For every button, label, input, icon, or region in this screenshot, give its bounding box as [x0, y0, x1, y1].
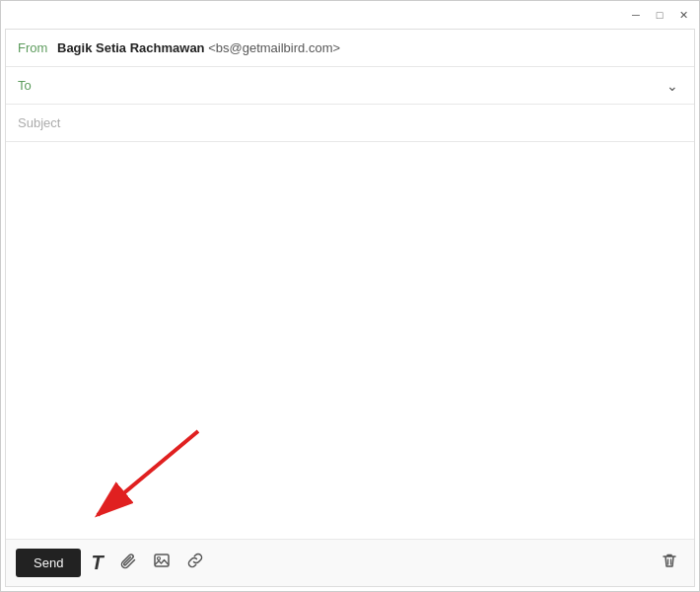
subject-row: [6, 105, 694, 142]
image-button[interactable]: [147, 548, 176, 578]
svg-rect-0: [155, 555, 169, 566]
from-name: Bagik Setia Rachmawan: [57, 40, 205, 55]
link-icon: [186, 552, 204, 574]
from-label: From: [18, 40, 57, 55]
close-button[interactable]: ✕: [675, 7, 691, 23]
email-body[interactable]: [6, 142, 694, 539]
minimize-button[interactable]: ─: [628, 7, 644, 23]
format-text-button[interactable]: T: [85, 548, 108, 578]
from-row: From Bagik Setia Rachmawan <bs@getmailbi…: [6, 30, 694, 67]
delete-button[interactable]: [655, 548, 684, 578]
trash-icon: [661, 552, 678, 574]
window-controls: ─ □ ✕: [628, 7, 691, 23]
format-text-icon: T: [91, 552, 103, 574]
subject-input[interactable]: [18, 115, 682, 130]
from-value: Bagik Setia Rachmawan <bs@getmailbird.co…: [57, 40, 340, 55]
toolbar: Send T: [6, 539, 694, 586]
compose-area: From Bagik Setia Rachmawan <bs@getmailbi…: [5, 29, 695, 587]
image-icon: [153, 552, 171, 574]
from-email: <bs@getmailbird.com>: [208, 40, 340, 55]
to-label: To: [18, 78, 57, 93]
to-input[interactable]: [57, 78, 663, 93]
compose-window: ─ □ ✕ From Bagik Setia Rachmawan <bs@get…: [0, 0, 700, 592]
attach-icon: [119, 552, 137, 574]
title-bar: ─ □ ✕: [1, 1, 699, 29]
link-button[interactable]: [180, 548, 210, 578]
maximize-button[interactable]: □: [652, 7, 667, 23]
svg-point-1: [157, 557, 160, 560]
send-button[interactable]: Send: [16, 549, 81, 577]
expand-recipients-button[interactable]: ⌄: [663, 76, 682, 96]
attach-button[interactable]: [113, 548, 143, 578]
to-row: To ⌄: [6, 67, 694, 105]
